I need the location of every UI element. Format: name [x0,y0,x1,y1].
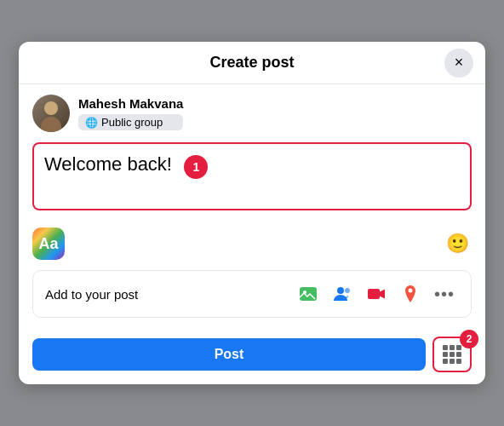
audience-selector[interactable]: 🌐 Public group [78,114,183,130]
grid-icon [443,345,461,364]
more-options-button[interactable]: ••• [430,279,459,308]
close-button[interactable]: × [444,49,473,78]
audience-label: Public group [101,116,163,129]
add-photo-button[interactable] [294,279,323,308]
location-icon [400,284,421,304]
add-to-post-bar: Add to your post [32,270,472,318]
post-actions: ••• [294,279,459,308]
avatar-person [39,101,63,132]
svg-point-2 [337,287,344,294]
add-to-post-label: Add to your post [45,287,138,302]
emoji-button[interactable]: 🙂 [443,229,472,258]
video-icon [366,284,387,304]
svg-point-3 [345,288,350,293]
avatar-body [41,117,61,132]
avatar [32,95,70,132]
modal-footer: Post 2 [19,337,485,384]
tag-people-button[interactable] [328,279,357,308]
post-text: Welcome back! [44,153,172,175]
modal-title: Create post [209,54,294,72]
modal-overlay: Create post × Mahesh Makvana 🌐 Public gr… [0,0,504,426]
emoji-icon: 🙂 [446,233,469,255]
post-button[interactable]: Post [32,338,426,371]
text-format-button[interactable]: Aa [32,227,65,260]
globe-icon: 🌐 [85,117,98,129]
svg-point-5 [409,289,413,293]
svg-rect-4 [368,289,380,299]
text-format-label: Aa [38,235,58,253]
create-post-modal: Create post × Mahesh Makvana 🌐 Public gr… [19,42,485,384]
more-dots-icon: ••• [434,285,455,304]
people-icon [332,284,352,304]
modal-body: Mahesh Makvana 🌐 Public group Welcome ba… [19,84,485,337]
user-name: Mahesh Makvana [78,96,183,111]
step-2-badge: 2 [460,330,478,348]
post-input-area[interactable]: Welcome back! 1 [32,142,472,210]
add-location-button[interactable] [396,279,425,308]
bottom-icons-row: Aa 🙂 [32,221,472,267]
user-info: Mahesh Makvana 🌐 Public group [32,95,472,132]
grid-view-button[interactable]: 2 [432,337,472,372]
avatar-head [44,101,58,115]
user-meta: Mahesh Makvana 🌐 Public group [78,96,183,130]
photo-icon [298,284,318,304]
live-video-button[interactable] [362,279,391,308]
modal-header: Create post × [19,42,485,84]
step-1-badge: 1 [184,155,208,179]
